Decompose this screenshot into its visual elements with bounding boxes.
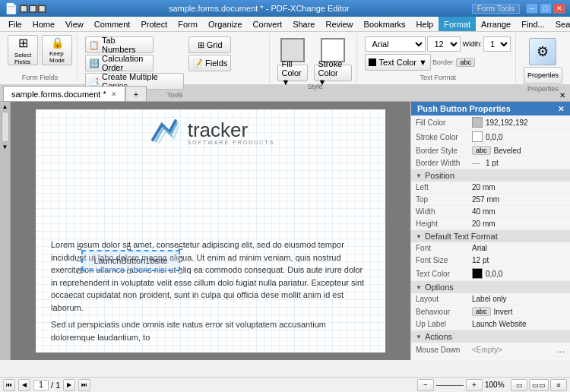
maximize-button[interactable]: □ bbox=[540, 3, 552, 14]
menu-arrange[interactable]: Arrange bbox=[476, 17, 516, 31]
border-style-value: Beveled bbox=[494, 147, 565, 155]
menu-search[interactable]: Search... bbox=[550, 17, 570, 31]
toolbar-group-form-fields: ⊞ SelectFields 🔒 KeepMode Form Fields bbox=[3, 33, 78, 83]
fill-color-button[interactable]: Fill Color ▼ bbox=[277, 65, 308, 81]
pdf-header: tracker SOFTWARE PRODUCTS bbox=[51, 117, 370, 147]
width-label: Width: bbox=[462, 40, 482, 48]
layout-label: Layout bbox=[416, 295, 469, 303]
panel-fill-color-row: Fill Color 192,192,192 bbox=[411, 115, 570, 130]
window-title: sample.forms.document * - PDF-XChange Ed… bbox=[46, 4, 472, 13]
mouse-down-more[interactable]: … bbox=[556, 344, 565, 355]
close-button[interactable]: ✕ bbox=[553, 3, 565, 14]
text-color-value: 0,0,0 bbox=[486, 270, 565, 278]
stroke-color-button[interactable]: Stroke Color ▼ bbox=[314, 65, 352, 81]
menu-organize[interactable]: Organize bbox=[203, 17, 248, 31]
selection-handles bbox=[79, 248, 181, 272]
title-bar: 📄 🔲🔲🔲 sample.forms.document * - PDF-XCha… bbox=[0, 0, 570, 17]
tab-new[interactable]: + bbox=[125, 86, 147, 101]
page-number-input[interactable] bbox=[33, 380, 49, 390]
panel-behaviour-row: Behaviour abc Invert bbox=[411, 305, 570, 318]
menu-format[interactable]: Format bbox=[439, 17, 476, 31]
panel-font-size-row: Font Size 12 pt bbox=[411, 254, 570, 267]
menu-review[interactable]: Review bbox=[320, 17, 358, 31]
menu-bookmarks[interactable]: Bookmarks bbox=[359, 17, 411, 31]
tools-label: Tools bbox=[167, 91, 183, 99]
properties-icon: ⚙ bbox=[529, 38, 556, 65]
menu-convert[interactable]: Convert bbox=[248, 17, 288, 31]
panel-header: Push Button Properties ✕ bbox=[411, 102, 570, 115]
width-label: Width bbox=[416, 207, 469, 216]
properties-button[interactable]: Properties bbox=[524, 67, 562, 84]
view-single-button[interactable]: ▭ bbox=[511, 379, 527, 391]
form-tools-label: Form Tools bbox=[472, 4, 520, 14]
fill-color-swatch[interactable] bbox=[472, 117, 483, 128]
panel-mouse-up-row: Mouse Up <Empty> … bbox=[411, 357, 570, 360]
default-text-section-header[interactable]: ▼ Default Text Format bbox=[411, 230, 570, 242]
fields-button[interactable]: 📝Fields bbox=[188, 55, 231, 71]
page-total: / 1 bbox=[51, 380, 60, 389]
actions-section-label: Actions bbox=[425, 332, 452, 341]
position-section-header[interactable]: ▼ Position bbox=[411, 169, 570, 182]
border-width-label: Border Width bbox=[416, 159, 469, 167]
menu-form[interactable]: Form bbox=[173, 17, 203, 31]
calc-order-button[interactable]: 🔢Calculation Order bbox=[85, 55, 154, 71]
nav-first-button[interactable]: ⏮ bbox=[3, 379, 15, 391]
keep-mode-button[interactable]: 🔒 KeepMode bbox=[42, 35, 72, 65]
border-badge: abc bbox=[456, 58, 475, 67]
mouse-up-more[interactable]: … bbox=[556, 359, 565, 360]
panel-close-button[interactable]: ✕ bbox=[558, 105, 564, 113]
menu-home[interactable]: Home bbox=[27, 17, 60, 31]
minimize-button[interactable]: ─ bbox=[526, 3, 538, 14]
body-para2: Sed ut perspiciatis unde omnis iste natu… bbox=[51, 318, 370, 343]
behaviour-value: Invert bbox=[494, 308, 565, 316]
mouse-down-value: <Empty> bbox=[472, 346, 553, 354]
text-color-label: Text Color bbox=[416, 270, 469, 278]
toolbar-row1: ⊞ SelectFields 🔒 KeepMode Form Fields 📋T… bbox=[0, 32, 570, 85]
font-face-select[interactable]: Arial bbox=[365, 36, 426, 52]
menu-file[interactable]: File bbox=[3, 17, 27, 31]
menu-help[interactable]: Help bbox=[411, 17, 439, 31]
font-size-select[interactable]: 12 pt bbox=[427, 36, 461, 52]
select-fields-button[interactable]: ⊞ SelectFields bbox=[8, 35, 38, 65]
menu-find[interactable]: Find... bbox=[516, 17, 550, 31]
up-label-value: Launch Website bbox=[472, 320, 565, 328]
pdf-page: tracker SOFTWARE PRODUCTS LaunchButton1b… bbox=[36, 109, 385, 352]
menu-comment[interactable]: Comment bbox=[89, 17, 136, 31]
tab-close-button[interactable]: ✕ bbox=[111, 90, 117, 98]
text-color-swatch[interactable] bbox=[472, 268, 483, 279]
mouse-down-label: Mouse Down bbox=[416, 346, 469, 354]
tracker-sub: SOFTWARE PRODUCTS bbox=[188, 140, 275, 145]
height-label: Height bbox=[416, 220, 469, 228]
grid-button[interactable]: ⊞Grid bbox=[188, 36, 231, 53]
pdf-canvas[interactable]: ▲ ▼ tracker SOFTWA bbox=[0, 102, 410, 360]
view-scroll-button[interactable]: ≡ bbox=[550, 379, 567, 391]
stroke-color-swatch[interactable] bbox=[472, 131, 483, 142]
zoom-out-button[interactable]: − bbox=[417, 379, 434, 391]
width-value: 40 mm bbox=[472, 207, 565, 216]
font-size-value: 12 pt bbox=[472, 256, 565, 264]
nav-last-button[interactable]: ⏭ bbox=[78, 379, 90, 391]
panel-height-row: Height 20 mm bbox=[411, 218, 570, 230]
menu-view[interactable]: View bbox=[60, 17, 89, 31]
view-double-button[interactable]: ▭▭ bbox=[529, 379, 549, 391]
mouse-up-value: <Empty> bbox=[472, 360, 553, 361]
nav-next-button[interactable]: ▶ bbox=[63, 379, 75, 391]
up-label-label: Up Label bbox=[416, 320, 469, 328]
zoom-in-button[interactable]: + bbox=[466, 379, 483, 391]
font-label: Font bbox=[416, 244, 469, 252]
options-section-header[interactable]: ▼ Options bbox=[411, 281, 570, 293]
scroll-sidebar: ▲ ▼ bbox=[0, 102, 11, 360]
zoom-controls: − ———— + 100% bbox=[417, 379, 508, 391]
menu-share[interactable]: Share bbox=[287, 17, 320, 31]
menu-protect[interactable]: Protect bbox=[135, 17, 173, 31]
stroke-color-value: 0,0,0 bbox=[486, 133, 565, 141]
width-select[interactable]: 1 pt bbox=[483, 36, 511, 52]
text-color-button[interactable]: Text Color ▼ bbox=[365, 54, 430, 71]
actions-section-header[interactable]: ▼ Actions bbox=[411, 330, 570, 343]
tab-numbers-button[interactable]: 📋Tab Numbers bbox=[85, 36, 154, 53]
main-area: ▲ ▼ tracker SOFTWA bbox=[0, 102, 570, 360]
panel-top-row: Top 257 mm bbox=[411, 194, 570, 206]
tab-document[interactable]: sample.forms.document * ✕ bbox=[3, 86, 125, 101]
nav-prev-button[interactable]: ◀ bbox=[18, 379, 30, 391]
tab-panel-close[interactable]: ✕ bbox=[555, 90, 570, 101]
